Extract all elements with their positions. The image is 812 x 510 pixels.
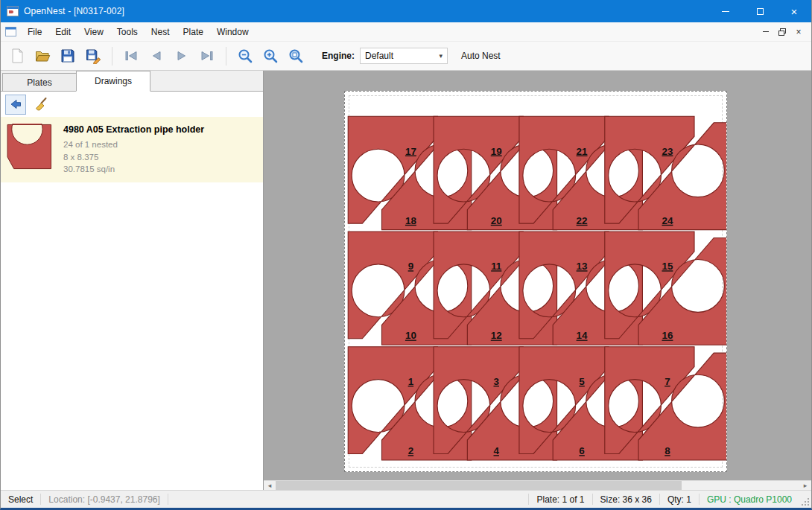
resize-grip[interactable]	[799, 491, 811, 508]
previous-plate-icon	[148, 48, 165, 64]
part-number-label: 22	[577, 215, 588, 226]
menu-bar: File Edit View Tools Nest Plate Window ×	[1, 22, 811, 42]
engine-value: Default	[365, 51, 393, 61]
zoom-out-button[interactable]	[232, 44, 258, 68]
scrollbar-thumb[interactable]	[276, 481, 682, 490]
sidebar-tabstrip: Plates Drawings	[1, 71, 263, 92]
engine-select[interactable]: Default ▾	[360, 48, 448, 64]
chevron-down-icon: ▾	[439, 52, 443, 60]
drawing-area: 30.7815 sq/in	[63, 163, 204, 176]
maximize-icon	[757, 8, 764, 15]
menu-edit[interactable]: Edit	[48, 22, 77, 41]
save-as-icon	[85, 48, 101, 64]
part-number-label: 4	[494, 445, 500, 456]
menu-tools[interactable]: Tools	[110, 22, 145, 41]
open-folder-icon	[34, 48, 51, 64]
status-plate: Plate: 1 of 1	[529, 491, 591, 508]
mdi-close-button[interactable]: ×	[790, 22, 807, 41]
previous-plate-button[interactable]	[144, 44, 169, 68]
part-number-label: 12	[491, 330, 502, 341]
status-bar: Select Location: [-0.9437, 21.8796] Plat…	[1, 490, 811, 508]
new-button[interactable]	[4, 44, 30, 68]
part-number-label: 1	[408, 376, 414, 387]
part-number-label: 15	[662, 261, 673, 272]
scroll-left-arrow-icon[interactable]: ◂	[264, 481, 276, 490]
nest-plate-svg: 171819202122232491011121314151612345678	[345, 92, 726, 471]
status-gpu: GPU : Quadro P1000	[700, 491, 799, 508]
mdi-restore-button[interactable]	[774, 22, 790, 41]
sidebar-toolbar	[1, 92, 263, 117]
save-icon	[60, 48, 76, 64]
zoom-in-button[interactable]	[258, 44, 283, 68]
menu-file[interactable]: File	[21, 22, 48, 41]
move-back-button[interactable]	[5, 95, 26, 115]
part-number-label: 7	[664, 376, 670, 387]
maximize-button[interactable]	[743, 0, 777, 22]
next-plate-button[interactable]	[169, 44, 194, 68]
status-mode: Select	[1, 491, 40, 508]
plate[interactable]: 171819202122232491011121314151612345678	[344, 91, 727, 472]
toolbar-separator	[226, 47, 226, 66]
engine-label: Engine:	[322, 51, 355, 61]
part-thumbnail	[7, 124, 53, 170]
part-number-label: 8	[664, 445, 670, 456]
last-plate-button[interactable]	[194, 44, 220, 68]
status-qty: Qty: 1	[660, 491, 699, 508]
scroll-right-arrow-icon[interactable]: ▸	[799, 481, 811, 490]
first-plate-button[interactable]	[118, 44, 144, 68]
resize-grip-icon	[802, 498, 810, 506]
content-area: Plates Drawings	[1, 71, 811, 490]
part-number-label: 6	[579, 445, 584, 456]
part-number-label: 14	[577, 330, 588, 341]
part-number-label: 16	[662, 330, 673, 341]
save-button[interactable]	[55, 44, 80, 68]
app-icon	[7, 6, 19, 16]
save-as-button[interactable]	[80, 44, 106, 68]
mdi-minimize-icon	[763, 31, 769, 32]
part-number-label: 23	[662, 146, 673, 157]
open-button[interactable]	[30, 44, 55, 68]
mdi-child-icon	[5, 27, 16, 36]
minimize-icon	[722, 11, 729, 12]
next-plate-icon	[174, 48, 190, 64]
horizontal-scrollbar[interactable]: ◂ ▸	[264, 480, 811, 490]
new-file-icon	[9, 48, 25, 64]
menu-window[interactable]: Window	[210, 22, 256, 41]
tab-drawings[interactable]: Drawings	[76, 71, 150, 92]
zoom-out-icon	[237, 48, 253, 64]
part-number-label: 10	[405, 330, 416, 341]
status-size: Size: 36 x 36	[593, 491, 659, 508]
part-number-label: 20	[491, 215, 502, 226]
part-number-label: 21	[577, 146, 588, 157]
toolbar-separator	[112, 47, 112, 66]
part-number-label: 11	[491, 261, 502, 272]
nest-pair[interactable]: 1516	[605, 232, 726, 345]
menu-nest[interactable]: Nest	[145, 22, 177, 41]
drawing-title: 4980 A05 Extraction pipe holder	[63, 124, 204, 135]
auto-nest-button[interactable]: Auto Nest	[461, 51, 501, 61]
part-number-label: 3	[494, 376, 499, 387]
window-title: OpenNest - [N0317-002]	[24, 6, 124, 16]
nest-canvas[interactable]: 171819202122232491011121314151612345678 …	[264, 71, 811, 490]
menu-plate[interactable]: Plate	[177, 22, 210, 41]
status-location: Location: [-0.9437, 21.8796]	[41, 491, 167, 508]
clear-button[interactable]	[31, 95, 51, 115]
arrow-left-icon	[9, 98, 22, 111]
drawing-list-item[interactable]: 4980 A05 Extraction pipe holder 24 of 1 …	[1, 117, 263, 182]
minimize-button[interactable]	[708, 0, 743, 22]
menu-view[interactable]: View	[77, 22, 110, 41]
broom-icon	[34, 97, 48, 112]
nest-pair[interactable]: 2324	[605, 116, 726, 229]
zoom-fit-button[interactable]	[283, 44, 308, 68]
mdi-restore-icon	[778, 28, 786, 36]
part-number-label: 13	[577, 261, 588, 272]
part-number-label: 24	[662, 215, 673, 226]
zoom-fit-icon	[288, 48, 304, 64]
first-plate-icon	[123, 48, 139, 64]
mdi-minimize-button[interactable]	[758, 22, 774, 41]
sidebar: Plates Drawings	[1, 71, 264, 490]
last-plate-icon	[199, 48, 215, 64]
nest-pair[interactable]: 78	[605, 347, 726, 460]
tab-plates[interactable]: Plates	[2, 73, 77, 91]
close-button[interactable]: ×	[777, 0, 811, 22]
